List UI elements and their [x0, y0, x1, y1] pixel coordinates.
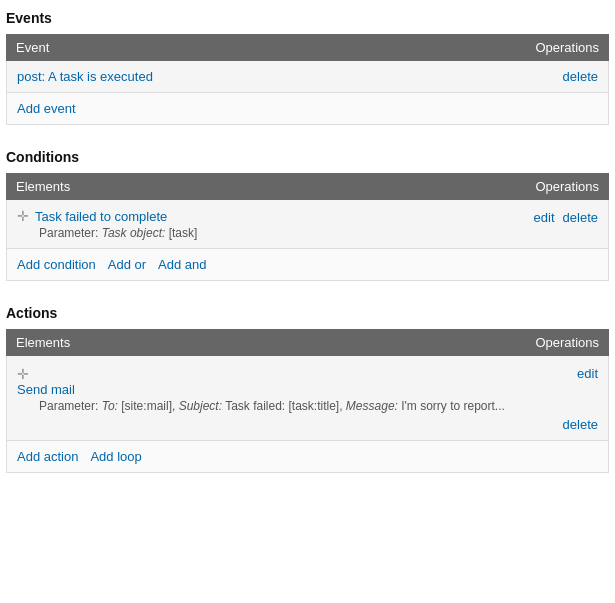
conditions-section: Conditions Elements Operations ✛ Task fa… — [6, 149, 609, 281]
add-loop-link[interactable]: Add loop — [90, 449, 141, 464]
events-header-operations: Operations — [535, 40, 599, 55]
add-and-link[interactable]: Add and — [158, 257, 206, 272]
action-row-left: ✛ Send mail Parameter: To: [site:mail], … — [17, 366, 577, 413]
condition-param-value: [task] — [165, 226, 197, 240]
action-param-prefix: Parameter: — [39, 399, 98, 413]
actions-add-row: Add action Add loop — [6, 441, 609, 473]
action-row: ✛ Send mail Parameter: To: [site:mail], … — [6, 356, 609, 441]
events-add-row: Add event — [6, 93, 609, 125]
add-action-link[interactable]: Add action — [17, 449, 78, 464]
condition-param: Parameter: Task object: [task] — [39, 226, 534, 240]
add-event-link[interactable]: Add event — [17, 101, 76, 116]
action-param-message-value: I'm sorry to report... — [398, 399, 505, 413]
events-title: Events — [6, 10, 609, 26]
conditions-title: Conditions — [6, 149, 609, 165]
actions-section: Actions Elements Operations ✛ Send mail … — [6, 305, 609, 473]
action-param: Parameter: To: [site:mail], Subject: Tas… — [39, 399, 577, 413]
condition-row-left: ✛ Task failed to complete Parameter: Tas… — [17, 208, 534, 240]
add-condition-link[interactable]: Add condition — [17, 257, 96, 272]
actions-header-elements: Elements — [16, 335, 70, 350]
events-header-elements: Event — [16, 40, 49, 55]
condition-delete-link[interactable]: delete — [563, 210, 598, 225]
action-param-subject-italic: Subject: — [179, 399, 222, 413]
condition-row: ✛ Task failed to complete Parameter: Tas… — [6, 200, 609, 249]
events-table-header: Event Operations — [6, 34, 609, 61]
action-param-message-italic: Message: — [346, 399, 398, 413]
action-title-link[interactable]: Send mail — [17, 382, 75, 397]
condition-param-italic: Task object: — [102, 226, 166, 240]
event-delete-link[interactable]: delete — [563, 69, 598, 84]
condition-row-right: edit delete — [534, 208, 598, 225]
event-text: post: A task is executed — [17, 69, 153, 84]
action-param-to-italic: To: — [102, 399, 118, 413]
action-delete-link[interactable]: delete — [563, 417, 598, 432]
event-row: post: A task is executed delete — [6, 61, 609, 93]
action-edit-link[interactable]: edit — [577, 366, 598, 381]
condition-param-prefix: Parameter: — [39, 226, 98, 240]
actions-table-header: Elements Operations — [6, 329, 609, 356]
events-section: Events Event Operations post: A task is … — [6, 10, 609, 125]
action-row-right: edit — [577, 366, 598, 381]
add-or-link[interactable]: Add or — [108, 257, 146, 272]
action-param-to-value: [site:mail], — [118, 399, 175, 413]
actions-header-operations: Operations — [535, 335, 599, 350]
conditions-header-operations: Operations — [535, 179, 599, 194]
conditions-table-header: Elements Operations — [6, 173, 609, 200]
conditions-header-elements: Elements — [16, 179, 70, 194]
actions-title: Actions — [6, 305, 609, 321]
action-delete-row: delete — [17, 417, 598, 432]
action-drag-handle-icon: ✛ — [17, 366, 29, 382]
action-param-subject-value: Task failed: [task:title], — [222, 399, 343, 413]
condition-edit-link[interactable]: edit — [534, 210, 555, 225]
conditions-add-row: Add condition Add or Add and — [6, 249, 609, 281]
drag-handle-icon: ✛ — [17, 208, 29, 224]
condition-title-link[interactable]: Task failed to complete — [35, 209, 167, 224]
